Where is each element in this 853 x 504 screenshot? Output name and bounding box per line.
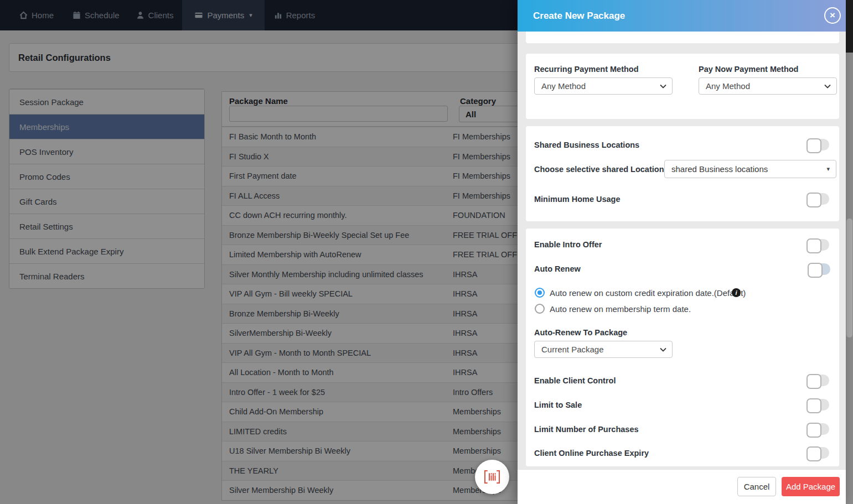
client-online-purchase-expiry-label: Client Online Purchase Expiry (534, 449, 649, 458)
add-package-button[interactable]: Add Package (782, 477, 840, 496)
choose-shared-locations-label: Choose selective shared Locations (534, 165, 669, 174)
radio-auto-renew-membership-term[interactable] (535, 304, 545, 314)
radio-auto-renew-custom-credit-label: Auto renew on custom credit expiration d… (550, 288, 746, 298)
chevron-down-icon (660, 84, 666, 89)
recurring-payment-method-label: Recurring Payment Method (534, 65, 639, 74)
create-package-modal: Create New Package × Recurring Payment M… (518, 0, 846, 504)
chevron-down-icon (824, 84, 831, 89)
auto-renew-label: Auto Renew (534, 264, 581, 273)
recurring-payment-method-value: Any Method (541, 81, 586, 91)
modal-footer: Cancel Add Package (518, 469, 846, 504)
paynow-payment-method-select[interactable]: Any Method (699, 77, 837, 95)
scrollbar-track-top (846, 0, 853, 53)
enable-client-control-label: Enable Client Control (534, 376, 616, 385)
cancel-button[interactable]: Cancel (737, 477, 776, 496)
auto-renew-toggle[interactable] (808, 263, 830, 275)
radio-auto-renew-custom-credit[interactable] (535, 288, 545, 298)
auto-renew-to-package-label: Auto-Renew To Package (534, 328, 627, 337)
offers-card: Enable Intro Offer Auto Renew Auto renew… (526, 228, 839, 466)
modal-title: Create New Package (533, 11, 625, 22)
choose-shared-locations-value: shared Business locations (671, 164, 768, 174)
limit-number-of-purchases-label: Limit Number of Purchases (534, 425, 639, 434)
barcode-icon (483, 469, 501, 485)
info-glyph: i (735, 289, 737, 296)
scrollbar-thumb[interactable] (846, 219, 852, 337)
limit-to-sale-toggle[interactable] (807, 399, 829, 411)
payment-methods-card: Recurring Payment Method Any Method Pay … (526, 54, 839, 119)
caret-down-icon: ▾ (826, 165, 830, 173)
close-icon: × (830, 10, 835, 20)
modal-header: Create New Package × (518, 0, 846, 32)
radio-auto-renew-membership-term-label: Auto renew on membership term date. (550, 304, 691, 314)
chevron-down-icon (660, 347, 666, 352)
close-button[interactable]: × (824, 7, 841, 24)
minimum-home-usage-label: Minimum Home Usage (534, 195, 621, 204)
page-scrollbar (846, 0, 853, 504)
scrolled-card-sliver (526, 32, 839, 43)
minimum-home-usage-toggle[interactable] (807, 193, 829, 205)
enable-client-control-toggle[interactable] (807, 375, 829, 386)
screen: Home Schedule Clients Payments ▾ Reports… (0, 0, 853, 504)
info-icon[interactable]: i (732, 288, 741, 297)
barcode-scanner-button[interactable] (475, 460, 509, 494)
paynow-payment-method-label: Pay Now Payment Method (699, 65, 798, 74)
shared-locations-toggle[interactable] (807, 139, 829, 150)
locations-card: Shared Business Locations Choose selecti… (526, 126, 839, 221)
limit-number-of-purchases-toggle[interactable] (807, 423, 829, 435)
paynow-payment-method-value: Any Method (706, 81, 750, 91)
limit-to-sale-label: Limit to Sale (534, 401, 582, 409)
choose-shared-locations-dropdown[interactable]: shared Business locations ▾ (664, 160, 836, 178)
enable-intro-offer-toggle[interactable] (807, 239, 829, 251)
auto-renew-to-package-value: Current Package (541, 345, 604, 354)
recurring-payment-method-select[interactable]: Any Method (534, 77, 673, 95)
auto-renew-to-package-select[interactable]: Current Package (534, 341, 673, 358)
enable-intro-offer-label: Enable Intro Offer (534, 240, 602, 249)
shared-locations-label: Shared Business Locations (534, 141, 639, 149)
client-online-purchase-expiry-toggle[interactable] (807, 447, 829, 459)
